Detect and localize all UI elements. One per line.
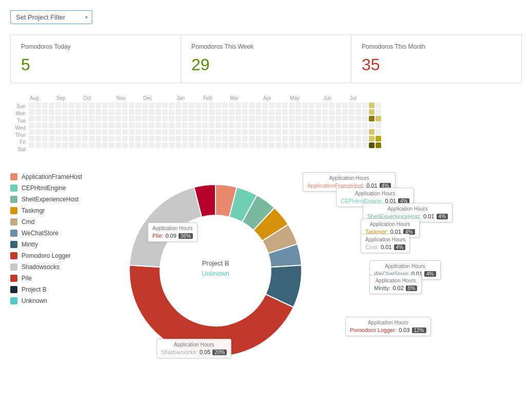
- heatmap-cell[interactable]: [162, 116, 168, 121]
- heatmap-cell[interactable]: [122, 142, 128, 148]
- heatmap-cell[interactable]: [182, 142, 188, 148]
- heatmap-cell[interactable]: [349, 136, 354, 141]
- heatmap-cell[interactable]: [175, 102, 181, 108]
- heatmap-cell[interactable]: [142, 142, 148, 148]
- heatmap-cell[interactable]: [282, 109, 288, 115]
- heatmap-cell[interactable]: [55, 109, 61, 115]
- heatmap-cell[interactable]: [62, 129, 68, 135]
- heatmap-cell[interactable]: [289, 109, 294, 115]
- heatmap-cell[interactable]: [109, 122, 114, 128]
- heatmap-cell[interactable]: [316, 116, 321, 121]
- heatmap-cell[interactable]: [95, 116, 101, 121]
- heatmap-cell[interactable]: [336, 122, 341, 128]
- heatmap-cell[interactable]: [255, 136, 261, 141]
- heatmap-cell[interactable]: [229, 122, 234, 128]
- heatmap-cell[interactable]: [115, 136, 121, 141]
- heatmap-cell[interactable]: [202, 122, 208, 128]
- heatmap-cell[interactable]: [155, 122, 161, 128]
- heatmap-cell[interactable]: [215, 109, 221, 115]
- heatmap-cell[interactable]: [135, 122, 141, 128]
- heatmap-cell[interactable]: [142, 129, 148, 135]
- heatmap-cell[interactable]: [269, 109, 274, 115]
- heatmap-cell[interactable]: [329, 129, 334, 135]
- heatmap-cell[interactable]: [89, 129, 94, 135]
- heatmap-cell[interactable]: [369, 142, 375, 148]
- heatmap-cell[interactable]: [295, 122, 301, 128]
- heatmap-cell[interactable]: [209, 142, 214, 148]
- heatmap-cell[interactable]: [122, 129, 128, 135]
- heatmap-cell[interactable]: [175, 116, 181, 121]
- heatmap-cell[interactable]: [369, 122, 375, 128]
- heatmap-cell[interactable]: [189, 136, 194, 141]
- heatmap-cell[interactable]: [182, 102, 188, 108]
- heatmap-cell[interactable]: [282, 122, 288, 128]
- heatmap-cell[interactable]: [302, 102, 308, 108]
- heatmap-cell[interactable]: [109, 129, 114, 135]
- heatmap-cell[interactable]: [295, 109, 301, 115]
- heatmap-cell[interactable]: [202, 129, 208, 135]
- heatmap-cell[interactable]: [182, 136, 188, 141]
- heatmap-cell[interactable]: [295, 142, 301, 148]
- heatmap-cell[interactable]: [309, 116, 314, 121]
- heatmap-cell[interactable]: [35, 129, 41, 135]
- heatmap-cell[interactable]: [295, 129, 301, 135]
- heatmap-cell[interactable]: [262, 109, 268, 115]
- heatmap-cell[interactable]: [275, 102, 281, 108]
- heatmap-cell[interactable]: [35, 116, 41, 121]
- heatmap-cell[interactable]: [102, 109, 108, 115]
- heatmap-cell[interactable]: [142, 116, 148, 121]
- heatmap-cell[interactable]: [235, 142, 241, 148]
- heatmap-cell[interactable]: [29, 129, 34, 135]
- heatmap-cell[interactable]: [376, 129, 381, 135]
- heatmap-cell[interactable]: [95, 142, 101, 148]
- heatmap-cell[interactable]: [369, 109, 375, 115]
- heatmap-cell[interactable]: [202, 142, 208, 148]
- heatmap-cell[interactable]: [109, 102, 114, 108]
- heatmap-cell[interactable]: [329, 122, 334, 128]
- heatmap-cell[interactable]: [75, 109, 81, 115]
- heatmap-cell[interactable]: [322, 102, 328, 108]
- heatmap-cell[interactable]: [302, 122, 308, 128]
- heatmap-cell[interactable]: [376, 109, 381, 115]
- heatmap-cell[interactable]: [356, 136, 361, 141]
- heatmap-cell[interactable]: [122, 109, 128, 115]
- heatmap-cell[interactable]: [362, 109, 368, 115]
- heatmap-cell[interactable]: [202, 102, 208, 108]
- heatmap-cell[interactable]: [129, 102, 134, 108]
- heatmap-cell[interactable]: [342, 109, 348, 115]
- heatmap-cell[interactable]: [209, 129, 214, 135]
- project-filter-dropdown[interactable]: Set Project Filter ▾: [10, 10, 92, 24]
- heatmap-cell[interactable]: [55, 122, 61, 128]
- heatmap-cell[interactable]: [342, 122, 348, 128]
- heatmap-cell[interactable]: [195, 122, 201, 128]
- heatmap-cell[interactable]: [169, 102, 174, 108]
- heatmap-cell[interactable]: [316, 109, 321, 115]
- heatmap-cell[interactable]: [75, 116, 81, 121]
- heatmap-cell[interactable]: [149, 122, 154, 128]
- heatmap-cell[interactable]: [202, 136, 208, 141]
- heatmap-cell[interactable]: [349, 142, 354, 148]
- heatmap-cell[interactable]: [336, 129, 341, 135]
- heatmap-cell[interactable]: [102, 129, 108, 135]
- heatmap-cell[interactable]: [69, 122, 74, 128]
- heatmap-cell[interactable]: [195, 142, 201, 148]
- heatmap-cell[interactable]: [295, 136, 301, 141]
- heatmap-cell[interactable]: [242, 122, 248, 128]
- heatmap-cell[interactable]: [262, 142, 268, 148]
- heatmap-cell[interactable]: [336, 136, 341, 141]
- heatmap-cell[interactable]: [162, 122, 168, 128]
- heatmap-cell[interactable]: [262, 129, 268, 135]
- heatmap-cell[interactable]: [69, 142, 74, 148]
- heatmap-cell[interactable]: [362, 129, 368, 135]
- heatmap-cell[interactable]: [115, 142, 121, 148]
- heatmap-cell[interactable]: [49, 136, 54, 141]
- heatmap-cell[interactable]: [109, 142, 114, 148]
- heatmap-cell[interactable]: [362, 142, 368, 148]
- heatmap-cell[interactable]: [42, 102, 48, 108]
- heatmap-cell[interactable]: [182, 129, 188, 135]
- heatmap-cell[interactable]: [242, 136, 248, 141]
- heatmap-cell[interactable]: [189, 129, 194, 135]
- heatmap-cell[interactable]: [336, 109, 341, 115]
- heatmap-cell[interactable]: [175, 129, 181, 135]
- heatmap-cell[interactable]: [129, 109, 134, 115]
